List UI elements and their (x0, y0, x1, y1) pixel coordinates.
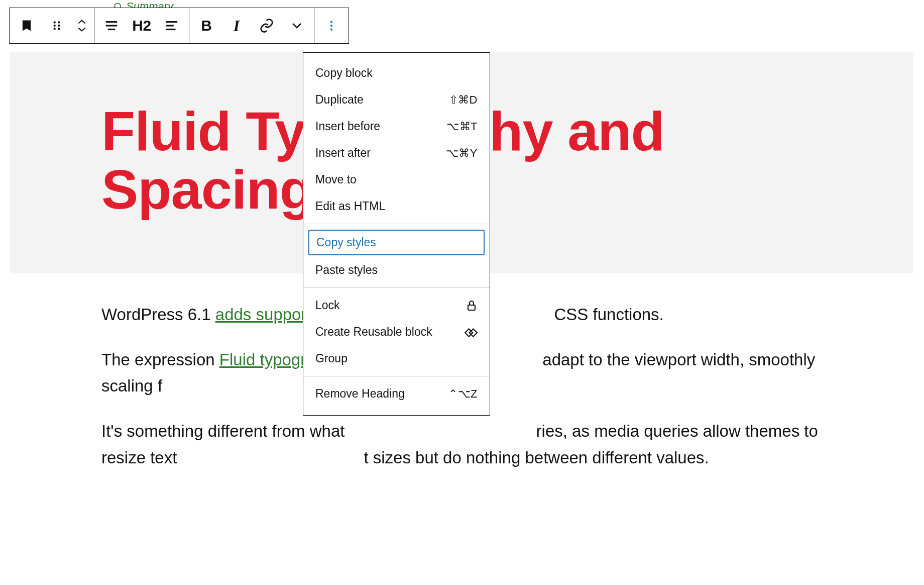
menu-copy-styles[interactable]: Copy styles (308, 230, 485, 255)
heading-level-label: H2 (132, 17, 151, 34)
menu-duplicate[interactable]: Duplicate⇧⌘D (303, 86, 490, 113)
svg-point-4 (54, 25, 56, 27)
move-arrows[interactable] (72, 11, 92, 41)
svg-point-3 (58, 21, 60, 23)
svg-point-7 (58, 28, 60, 30)
menu-insert-after[interactable]: Insert after⌥⌘Y (303, 140, 490, 166)
menu-copy-block[interactable]: Copy block (303, 60, 490, 86)
italic-button[interactable]: I (221, 11, 252, 41)
menu-move-to[interactable]: Move to (303, 166, 490, 193)
menu-group[interactable]: Group (303, 345, 490, 372)
block-toolbar: H2 B I (9, 8, 349, 44)
reusable-icon (465, 326, 478, 339)
block-type-button[interactable] (12, 11, 42, 41)
heading-level-button[interactable]: H2 (127, 11, 157, 41)
lock-icon (466, 300, 478, 312)
align-button[interactable] (96, 11, 127, 41)
drag-handle[interactable] (42, 11, 72, 41)
menu-edit-as-html[interactable]: Edit as HTML (303, 193, 490, 220)
bold-button[interactable]: B (191, 11, 221, 41)
text-align-button[interactable] (157, 11, 187, 41)
menu-lock[interactable]: Lock (303, 292, 490, 319)
more-rich-text-button[interactable] (282, 11, 312, 41)
svg-point-6 (54, 28, 56, 30)
options-button[interactable] (316, 11, 346, 41)
menu-insert-before[interactable]: Insert before⌥⌘T (303, 113, 490, 140)
svg-point-5 (58, 25, 60, 27)
svg-point-16 (330, 28, 332, 30)
svg-point-14 (330, 21, 332, 23)
svg-point-15 (330, 25, 332, 27)
menu-remove[interactable]: Remove Heading⌃⌥Z (303, 380, 490, 407)
link-button[interactable] (252, 11, 282, 41)
menu-paste-styles[interactable]: Paste styles (303, 257, 490, 283)
link-adds-support[interactable]: adds support (215, 305, 311, 324)
menu-create-reusable[interactable]: Create Reusable block (303, 319, 490, 345)
svg-point-2 (54, 21, 56, 23)
block-options-menu: Copy block Duplicate⇧⌘D Insert before⌥⌘T… (303, 52, 490, 416)
paragraph-3[interactable]: It's something different from what ries,… (101, 418, 822, 470)
svg-rect-17 (468, 305, 475, 310)
